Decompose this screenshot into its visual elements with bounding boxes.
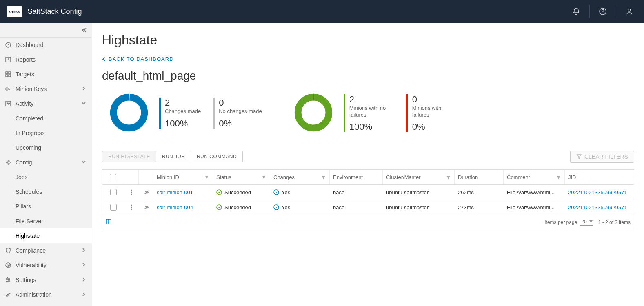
changes-donut [102,92,159,134]
svg-point-17 [113,97,144,128]
minion-link[interactable]: salt-minion-001 [157,189,193,195]
row-actions-icon[interactable] [124,200,138,215]
sidebar-item-label: Pillars [16,203,87,210]
col-header-env[interactable]: Environment [333,174,363,180]
col-header-jid[interactable]: JID [568,174,576,180]
chevron-down-icon [81,100,87,107]
tools-icon [5,291,11,298]
svg-point-26 [131,205,132,206]
duration-text: 273ms [454,200,503,215]
sidebar-subitem-completed[interactable]: Completed [0,111,92,126]
sidebar-item-settings[interactable]: Settings [0,273,92,287]
select-all-checkbox[interactable] [110,174,116,180]
cluster-text: ubuntu-saltmaster [382,200,454,215]
chevron-right-icon [81,262,87,268]
changes-text: Yes [282,189,290,195]
svg-point-19 [298,97,329,128]
svg-rect-5 [9,72,11,74]
env-text: base [329,200,382,215]
sidebar-item-label: In Progress [16,130,87,136]
filter-icon[interactable]: ▼ [446,174,451,180]
back-link[interactable]: BACK TO DASHBOARD [102,56,634,62]
sidebar-item-label: Jobs [16,174,87,180]
sidebar-item-dashboard[interactable]: Dashboard [0,38,92,52]
row-expand-icon[interactable] [138,200,153,215]
row-checkbox[interactable] [110,204,117,211]
gear-icon [5,159,11,166]
sidebar-item-activity[interactable]: Activity [0,96,92,111]
svg-point-13 [8,265,9,266]
jid-link[interactable]: 20221102133509929571 [568,189,627,195]
sidebar-collapse-button[interactable] [0,23,92,38]
filter-icon[interactable]: ▼ [204,174,209,180]
results-table: Minion ID▼ Status▼ Changes▼ Environment … [102,169,634,229]
sidebar-item-label: Settings [16,277,81,283]
metric-minions-failures: 0 Minions with failures 0% [406,94,469,133]
col-header-status[interactable]: Status [216,174,231,180]
user-icon[interactable] [621,3,637,20]
sidebar-item-administration[interactable]: Administration [0,287,92,302]
sidebar-subitem-jobs[interactable]: Jobs [0,170,92,184]
filter-icon[interactable]: ▼ [321,174,326,180]
sidebar-item-minion-keys[interactable]: Minion Keys [0,82,92,96]
vendor-logo: vmw [7,6,22,17]
sidebar-item-label: Completed [16,115,87,122]
sidebar-item-label: Administration [16,291,81,298]
sidebar: DashboardReportsTargetsMinion KeysActivi… [0,23,92,306]
run-job-button[interactable]: RUN JOB [156,151,191,162]
col-header-minion[interactable]: Minion ID [157,174,179,180]
sidebar-item-label: Dashboard [16,42,87,48]
col-header-changes[interactable]: Changes [273,174,295,180]
sidebar-subitem-schedules[interactable]: Schedules [0,184,92,199]
sidebar-subitem-file-server[interactable]: File Server [0,214,92,228]
run-highstate-button[interactable]: RUN HIGHSTATE [102,151,156,162]
help-icon[interactable] [595,3,611,20]
metric-no-changes: 0 No changes made 0% [213,98,274,129]
items-per-page-select[interactable]: 20 [580,219,592,226]
sidebar-subitem-highstate[interactable]: Highstate [0,228,92,243]
sidebar-subitem-pillars[interactable]: Pillars [0,199,92,214]
svg-point-14 [7,278,8,279]
metric-minions-no-failures: 2 Minions with no failures 100% [344,94,406,133]
sidebar-item-compliance[interactable]: Compliance [0,243,92,258]
status-text: Succeeded [224,189,251,195]
duration-text: 262ms [454,185,503,200]
failures-donut [286,92,344,134]
col-header-cluster[interactable]: Cluster/Master [386,174,421,180]
svg-point-21 [131,190,132,191]
pagination-range: 1 - 2 of 2 items [598,220,631,225]
sidebar-item-label: Minion Keys [16,86,81,92]
sidebar-item-vulnerability[interactable]: Vulnerability [0,258,92,273]
filter-icon[interactable]: ▼ [261,174,266,180]
minion-link[interactable]: salt-minion-004 [157,204,193,211]
row-actions-icon[interactable] [124,185,138,200]
cluster-text: ubuntu-saltmaster [382,185,454,200]
col-header-duration[interactable]: Duration [458,174,478,180]
table-header: Minion ID▼ Status▼ Changes▼ Environment … [102,170,634,185]
comment-text: File /var/www/html... [503,185,564,200]
table-row: salt-minion-001SucceededYesbaseubuntu-sa… [102,185,634,200]
run-command-button[interactable]: RUN COMMAND [191,151,243,162]
sidebar-item-config[interactable]: Config [0,155,92,170]
svg-point-1 [628,9,631,11]
row-checkbox[interactable] [110,189,117,195]
filter-icon[interactable]: ▼ [556,174,561,180]
sidebar-subitem-in-progress[interactable]: In Progress [0,126,92,140]
grid-icon [5,71,11,78]
chevron-right-icon [81,277,87,283]
success-icon [216,204,222,210]
row-expand-icon[interactable] [138,185,153,200]
column-picker-icon[interactable] [106,219,111,226]
notifications-icon[interactable] [568,3,584,20]
clear-filters-button[interactable]: CLEAR FILTERS [570,151,634,163]
sidebar-item-label: Activity [16,100,81,107]
svg-rect-6 [6,75,8,77]
sidebar-subitem-upcoming[interactable]: Upcoming [0,140,92,155]
svg-point-8 [6,88,8,90]
col-header-comment[interactable]: Comment [507,174,530,180]
sidebar-item-label: Vulnerability [16,262,81,268]
sidebar-item-reports[interactable]: Reports [0,52,92,67]
sidebar-item-label: File Server [16,218,87,224]
jid-link[interactable]: 20221102133509929571 [568,204,627,211]
sidebar-item-targets[interactable]: Targets [0,67,92,82]
